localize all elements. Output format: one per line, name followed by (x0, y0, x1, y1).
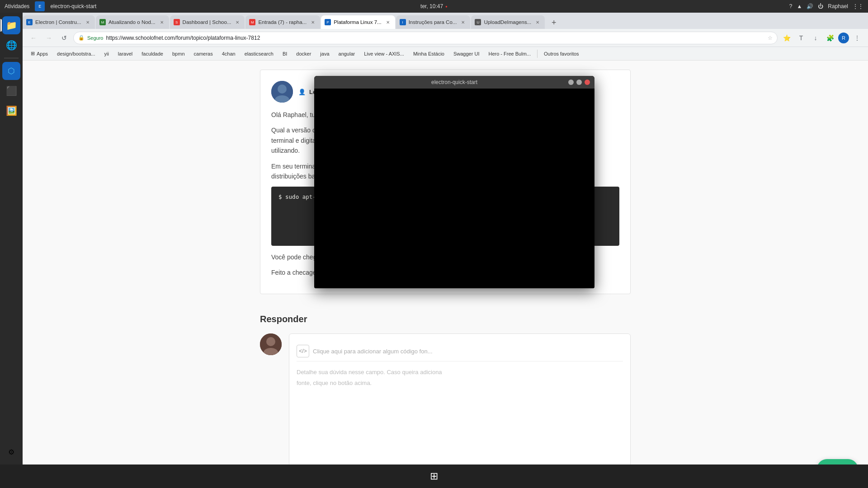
tab-label-upload: UploadDeImagens... (484, 19, 531, 25)
sidebar-app-settings[interactable]: ⚙ (2, 443, 20, 461)
download-button[interactable]: ↓ (809, 32, 822, 44)
secure-label: Seguro (87, 35, 103, 41)
os-topbar: Atividades E electron-quick-start ter, 1… (0, 0, 868, 13)
tab-close-dashboard[interactable]: ✕ (234, 19, 241, 26)
bookmark-faculdade[interactable]: faculdade (138, 49, 167, 59)
tab-favicon-instrucoes: I (400, 19, 406, 25)
bookmark-cameras[interactable]: cameras (190, 49, 217, 59)
reply-box[interactable]: </> Clique aqui para adicionar algum cód… (289, 333, 631, 477)
tab-label-instrucoes: Instruções para Co... (409, 19, 457, 25)
bookmark-elasticsearch[interactable]: elasticsearch (241, 49, 277, 59)
tab-close-upload[interactable]: ✕ (534, 19, 541, 26)
post-moderator-icon: 👤 (298, 89, 306, 95)
topbar-dots: ⋮⋮ (853, 3, 863, 9)
bookmarks-bar: ⊞Apps design/bootstra... yii laravel fac… (23, 47, 868, 61)
vscode-icon: ⬡ (8, 66, 15, 76)
maximize-button[interactable] (576, 80, 582, 85)
activities-label[interactable]: Atividades (5, 3, 29, 9)
menu-button[interactable]: ⋮ (851, 32, 863, 44)
topbar-wifi[interactable]: ▲ (797, 3, 802, 9)
reload-button[interactable]: ↺ (58, 32, 71, 44)
extensions-button[interactable]: 🧩 (824, 32, 836, 44)
topbar-app-icon[interactable]: E (35, 1, 45, 11)
bookmark-hero[interactable]: Hero - Free Bulm... (485, 49, 534, 59)
back-button[interactable]: ← (27, 32, 40, 44)
tab-plataforma[interactable]: P Plataforma Linux 7... ✕ (321, 15, 395, 29)
bookmark-angular[interactable]: angular (335, 49, 359, 59)
address-bar[interactable]: 🔒 Seguro https://www.schoolofnet.com/for… (73, 32, 778, 44)
topbar-left: Atividades E electron-quick-start (5, 1, 96, 11)
electron-titlebar: electron-quick-start (314, 76, 594, 89)
topbar-question[interactable]: ? (789, 3, 793, 9)
profile-button[interactable]: R (838, 33, 849, 43)
linux-sidebar: 📁 🌐 ⬡ ⬛ 🖼️ ⚙ (0, 13, 23, 465)
topbar-dot: ● (445, 5, 448, 9)
tab-close-gmail[interactable]: ✕ (309, 19, 316, 26)
reply-text-area-space[interactable] (297, 388, 623, 469)
translate-button[interactable]: T (795, 32, 807, 44)
bookmark-swagger[interactable]: Swagger UI (450, 49, 483, 59)
tab-favicon-dashboard: S (174, 19, 180, 25)
tab-node[interactable]: M Atualizando o Nod... ✕ (96, 15, 169, 29)
tab-close-instrucoes[interactable]: ✕ (459, 19, 467, 26)
image-icon: 🖼️ (6, 105, 17, 116)
bookmark-bpmn[interactable]: bpmn (169, 49, 189, 59)
tab-electron[interactable]: E Electron | Constru... ✕ (23, 15, 95, 29)
bookmark-laravel[interactable]: laravel (114, 49, 136, 59)
tab-upload[interactable]: U UploadDeImagens... ✕ (471, 15, 545, 29)
tab-favicon-node: M (99, 19, 106, 25)
tab-gmail[interactable]: M Entrada (7) - rapha... ✕ (245, 15, 320, 29)
sidebar-app-browser[interactable]: 🌐 (2, 36, 20, 54)
grid-icon: ⊞ (430, 470, 438, 482)
bookmark-docker[interactable]: docker (292, 49, 315, 59)
electron-terminal-body (314, 89, 594, 288)
tab-close-node[interactable]: ✕ (158, 19, 165, 26)
tab-instrucoes[interactable]: I Instruções para Co... ✕ (396, 15, 471, 29)
electron-window-title: electron-quick-start (431, 79, 477, 85)
bookmark-apps[interactable]: ⊞Apps (27, 49, 52, 59)
bookmark-estacio[interactable]: Minha Estácio (410, 49, 448, 59)
topbar-right: ? ▲ 🔊 ⏻ Raphael ⋮⋮ (789, 3, 863, 9)
sidebar-app-image[interactable]: 🖼️ (2, 102, 20, 120)
avatar-image (271, 81, 293, 103)
close-button[interactable] (585, 80, 590, 85)
apps-icon: ⊞ (31, 51, 35, 56)
bookmark-bootstrap[interactable]: design/bootstra... (53, 49, 99, 59)
reply-container: </> Clique aqui para adicionar algum cód… (260, 333, 631, 477)
topbar-power[interactable]: ⏻ (818, 3, 823, 9)
tab-label-node: Atualizando o Nod... (108, 19, 156, 25)
topbar-app-name[interactable]: electron-quick-start (50, 3, 96, 9)
star-icon[interactable]: ☆ (768, 35, 773, 41)
avatar (271, 81, 293, 103)
sidebar-app-files[interactable]: 📁 (2, 16, 20, 34)
files-icon: 📁 (6, 20, 17, 31)
sidebar-app-vscode[interactable]: ⬡ (2, 62, 20, 80)
reply-code-button[interactable]: </> Clique aqui para adicionar algum cód… (297, 341, 623, 361)
bookmark-yii[interactable]: yii (100, 49, 112, 59)
new-tab-button[interactable]: + (547, 16, 560, 29)
url-text: https://www.schoolofnet.com/forum/topico… (106, 35, 765, 41)
tab-close-electron[interactable]: ✕ (84, 19, 91, 26)
bookmark-liveview[interactable]: Live view - AXIS... (360, 49, 408, 59)
tab-label-electron: Electron | Constru... (35, 19, 81, 25)
bookmark-java[interactable]: java (316, 49, 333, 59)
sidebar-divider (4, 58, 19, 58)
reply-placeholder-text: Detalhe sua dúvida nesse campo. Caso que… (297, 367, 623, 388)
forward-button[interactable]: → (42, 32, 55, 44)
tab-favicon-gmail: M (249, 19, 255, 25)
bookmark-outros[interactable]: Outros favoritos (540, 49, 583, 59)
tab-bar: E Electron | Constru... ✕ M Atualizando … (23, 13, 868, 29)
topbar-volume[interactable]: 🔊 (807, 3, 813, 9)
reply-avatar (260, 333, 282, 355)
bookmark-4chan[interactable]: 4chan (218, 49, 239, 59)
sidebar-app-terminal[interactable]: ⬛ (2, 82, 20, 100)
topbar-user[interactable]: Raphael (828, 3, 848, 9)
tab-favicon-upload: U (475, 19, 481, 25)
minimize-button[interactable] (568, 80, 574, 85)
taskbar-grid-button[interactable]: ⊞ (424, 466, 444, 486)
bookmark-bi[interactable]: BI (279, 49, 291, 59)
electron-window[interactable]: electron-quick-start (314, 76, 594, 288)
tab-close-plataforma[interactable]: ✕ (384, 19, 392, 26)
tab-dashboard[interactable]: S Dashboard | Schoo... ✕ (170, 15, 245, 29)
bookmark-button[interactable]: ⭐ (780, 32, 793, 44)
